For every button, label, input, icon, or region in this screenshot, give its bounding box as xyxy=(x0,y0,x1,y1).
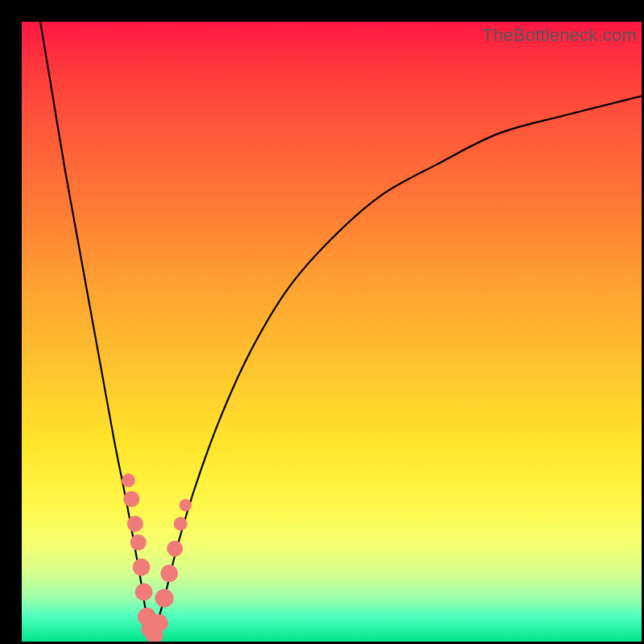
bottleneck-curve xyxy=(22,22,642,642)
curve-right-branch xyxy=(152,96,642,642)
chart-frame: TheBottleneck.com xyxy=(0,0,644,644)
curve-marker xyxy=(122,473,135,487)
chart-plot-area: TheBottleneck.com xyxy=(22,22,642,642)
curve-marker xyxy=(133,559,151,576)
curve-marker xyxy=(167,540,183,556)
curve-marker xyxy=(174,517,188,530)
curve-marker xyxy=(123,491,139,507)
curve-marker xyxy=(135,584,153,601)
curve-marker xyxy=(155,589,174,608)
curve-marker xyxy=(151,614,168,632)
curve-marker xyxy=(180,499,192,511)
curve-markers xyxy=(122,473,192,642)
curve-marker xyxy=(160,565,178,583)
curve-marker xyxy=(130,535,147,551)
curve-marker xyxy=(127,516,143,532)
